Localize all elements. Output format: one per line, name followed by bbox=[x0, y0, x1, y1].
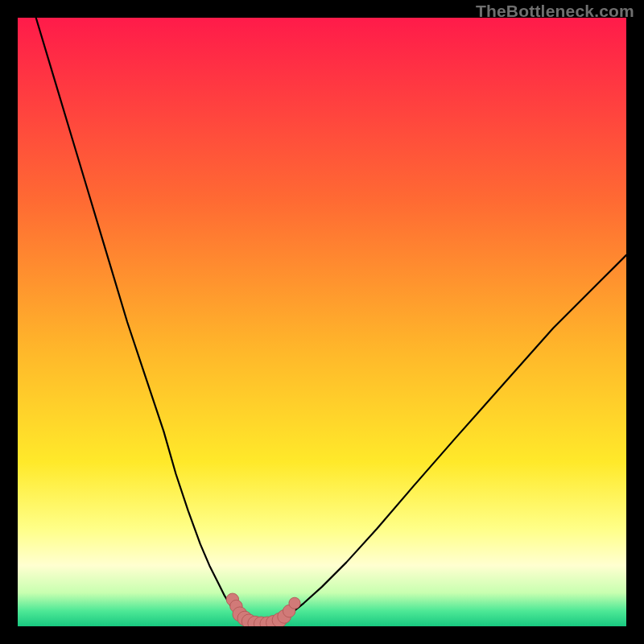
watermark-text: TheBottleneck.com bbox=[476, 2, 634, 21]
gradient-background bbox=[18, 18, 626, 626]
chart-svg bbox=[18, 18, 626, 626]
chart-frame: TheBottleneck.com bbox=[0, 0, 644, 644]
data-marker bbox=[289, 597, 300, 609]
chart-plot-area bbox=[18, 18, 626, 626]
